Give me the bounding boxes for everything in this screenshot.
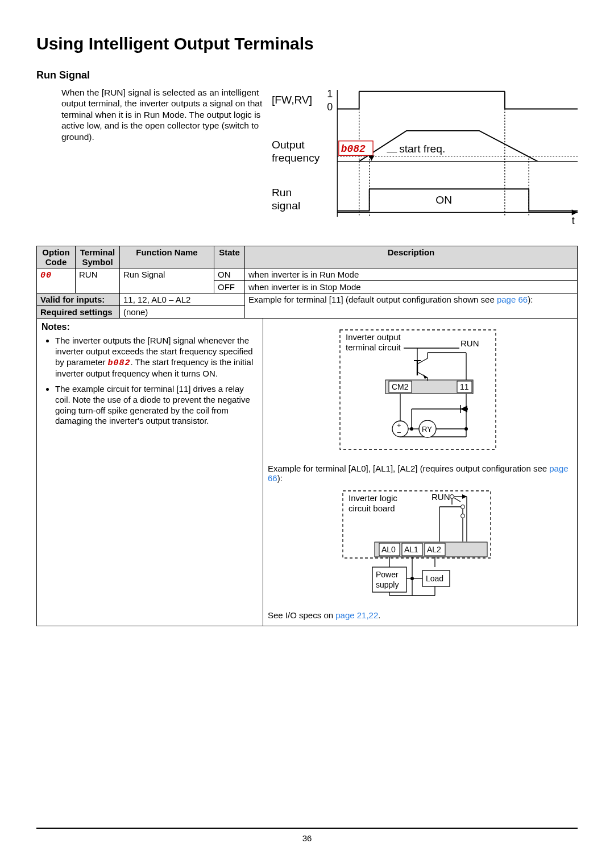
notes-label: Notes: [42, 322, 70, 332]
power-label-1: Power [376, 570, 399, 579]
run-label-c1: RUN [460, 338, 479, 348]
valid-inputs-label: Valid for inputs: [37, 294, 120, 306]
th-function-name: Function Name [120, 246, 214, 268]
run-signal-label-2: signal [272, 200, 300, 212]
svg-point-57 [450, 495, 454, 499]
ry-label: RY [422, 425, 432, 433]
note-2: The example circuit for terminal [11] dr… [55, 384, 258, 427]
svg-point-47 [464, 427, 468, 431]
diagram-column: Inverter output terminal circuit RUN [263, 319, 578, 626]
svg-point-60 [461, 514, 465, 518]
th-state: State [214, 246, 245, 268]
section-title: Run Signal [36, 69, 578, 81]
timing-diagram: [FW,RV] 1 0 Output frequency b082 [272, 87, 578, 234]
valid-inputs-value: 11, 12, AL0 – AL2 [120, 294, 245, 306]
required-settings-value: (none) [120, 306, 245, 319]
page-footer: 36 [36, 828, 578, 843]
io-specs-text: See I/O specs on page 21,22. [268, 610, 572, 620]
svg-marker-31 [423, 374, 428, 379]
th-terminal-symbol: Terminal Symbol [76, 246, 120, 268]
required-settings-label: Required settings [37, 306, 120, 319]
desc-on: when inverter is in Run Mode [245, 268, 578, 281]
load-label: Load [426, 574, 443, 583]
b082-label: b082 [341, 143, 366, 155]
bottom-row: Notes: The inverter outputs the [RUN] si… [36, 319, 578, 626]
fwrv-label: [FW,RV] [272, 94, 312, 106]
al1-label: AL1 [404, 545, 418, 554]
circuit-diagram-1: Inverter output terminal circuit RUN [268, 326, 572, 454]
state-on: ON [214, 268, 245, 281]
function-name: Run Signal [120, 268, 214, 294]
intro-row: When the [RUN] signal is selected as an … [61, 87, 578, 234]
digit-one: 1 [327, 88, 333, 100]
option-code-00: 00 [40, 271, 52, 280]
eleven-label: 11 [460, 382, 469, 391]
page-number: 36 [302, 833, 312, 843]
output-freq-label-1: Output [272, 139, 305, 151]
svg-point-61 [461, 505, 465, 509]
al2-label: AL2 [427, 545, 441, 554]
svg-point-82 [410, 577, 414, 580]
inv-out-label-2: terminal circuit [346, 342, 401, 352]
circuit-diagram-2: Inverter logic circuit board RUN [268, 487, 572, 601]
state-off: OFF [214, 281, 245, 294]
on-label: ON [435, 194, 452, 206]
svg-point-51 [410, 427, 413, 431]
output-freq-label-2: frequency [272, 152, 320, 164]
run-label-c2: RUN [432, 492, 450, 502]
inv-logic-label-1: Inverter logic [349, 493, 397, 503]
th-option-code: Option Code [37, 246, 76, 268]
digit-zero: 0 [327, 101, 333, 113]
desc-off: when inverter is in Stop Mode [245, 281, 578, 294]
parameter-table: Option Code Terminal Symbol Function Nam… [36, 246, 578, 319]
svg-marker-59 [462, 494, 467, 499]
page-link-21-22[interactable]: page 21,22 [335, 610, 378, 620]
start-freq-label: start freq. [399, 143, 445, 155]
page-link-66a[interactable]: page 66 [497, 295, 528, 304]
page-title: Using Intelligent Output Terminals [36, 34, 578, 53]
note-1: The inverter outputs the [RUN] signal wh… [55, 336, 258, 379]
t-label: t [572, 215, 575, 226]
cm2-label: CM2 [392, 382, 409, 391]
example-text-2: Example for terminal [AL0], [AL1], [AL2]… [268, 464, 572, 483]
minus-label: − [397, 428, 401, 437]
svg-marker-52 [460, 406, 467, 412]
terminal-symbol: RUN [76, 268, 120, 294]
power-label-2: supply [376, 580, 399, 589]
al0-label: AL0 [381, 545, 396, 554]
inv-logic-label-2: circuit board [349, 503, 395, 513]
run-signal-label-1: Run [272, 187, 292, 199]
th-description: Description [245, 246, 578, 268]
example-text-1: Example for terminal [11] (default outpu… [245, 294, 578, 319]
intro-text: When the [RUN] signal is selected as an … [61, 87, 266, 234]
notes-column: Notes: The inverter outputs the [RUN] si… [36, 319, 263, 626]
inv-out-label-1: Inverter output [346, 332, 401, 342]
